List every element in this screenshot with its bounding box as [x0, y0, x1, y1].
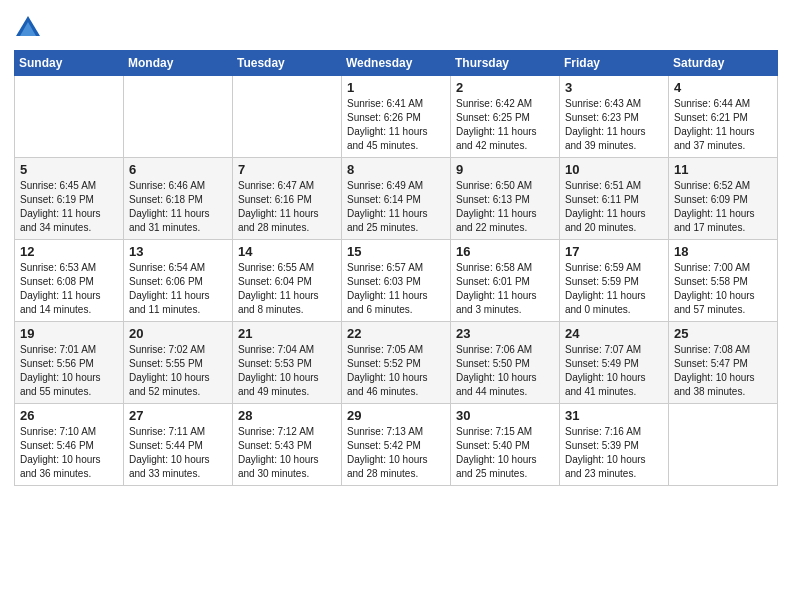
- day-number: 26: [20, 408, 118, 423]
- day-cell: 28Sunrise: 7:12 AM Sunset: 5:43 PM Dayli…: [233, 404, 342, 486]
- week-row-1: 1Sunrise: 6:41 AM Sunset: 6:26 PM Daylig…: [15, 76, 778, 158]
- day-number: 6: [129, 162, 227, 177]
- day-cell: [124, 76, 233, 158]
- day-info: Sunrise: 6:55 AM Sunset: 6:04 PM Dayligh…: [238, 261, 336, 317]
- col-saturday: Saturday: [669, 51, 778, 76]
- day-cell: 14Sunrise: 6:55 AM Sunset: 6:04 PM Dayli…: [233, 240, 342, 322]
- day-info: Sunrise: 6:54 AM Sunset: 6:06 PM Dayligh…: [129, 261, 227, 317]
- col-monday: Monday: [124, 51, 233, 76]
- day-info: Sunrise: 7:12 AM Sunset: 5:43 PM Dayligh…: [238, 425, 336, 481]
- page-header: [14, 10, 778, 42]
- day-cell: 20Sunrise: 7:02 AM Sunset: 5:55 PM Dayli…: [124, 322, 233, 404]
- week-row-4: 19Sunrise: 7:01 AM Sunset: 5:56 PM Dayli…: [15, 322, 778, 404]
- day-cell: 9Sunrise: 6:50 AM Sunset: 6:13 PM Daylig…: [451, 158, 560, 240]
- day-info: Sunrise: 7:02 AM Sunset: 5:55 PM Dayligh…: [129, 343, 227, 399]
- day-number: 18: [674, 244, 772, 259]
- day-cell: [233, 76, 342, 158]
- day-cell: 8Sunrise: 6:49 AM Sunset: 6:14 PM Daylig…: [342, 158, 451, 240]
- day-cell: 30Sunrise: 7:15 AM Sunset: 5:40 PM Dayli…: [451, 404, 560, 486]
- day-number: 14: [238, 244, 336, 259]
- day-cell: 4Sunrise: 6:44 AM Sunset: 6:21 PM Daylig…: [669, 76, 778, 158]
- day-cell: 25Sunrise: 7:08 AM Sunset: 5:47 PM Dayli…: [669, 322, 778, 404]
- day-cell: 22Sunrise: 7:05 AM Sunset: 5:52 PM Dayli…: [342, 322, 451, 404]
- day-number: 19: [20, 326, 118, 341]
- calendar-table: Sunday Monday Tuesday Wednesday Thursday…: [14, 50, 778, 486]
- day-info: Sunrise: 6:47 AM Sunset: 6:16 PM Dayligh…: [238, 179, 336, 235]
- day-info: Sunrise: 6:57 AM Sunset: 6:03 PM Dayligh…: [347, 261, 445, 317]
- day-cell: 17Sunrise: 6:59 AM Sunset: 5:59 PM Dayli…: [560, 240, 669, 322]
- day-info: Sunrise: 7:10 AM Sunset: 5:46 PM Dayligh…: [20, 425, 118, 481]
- week-row-2: 5Sunrise: 6:45 AM Sunset: 6:19 PM Daylig…: [15, 158, 778, 240]
- day-number: 7: [238, 162, 336, 177]
- day-info: Sunrise: 6:44 AM Sunset: 6:21 PM Dayligh…: [674, 97, 772, 153]
- day-cell: 3Sunrise: 6:43 AM Sunset: 6:23 PM Daylig…: [560, 76, 669, 158]
- day-info: Sunrise: 6:51 AM Sunset: 6:11 PM Dayligh…: [565, 179, 663, 235]
- day-cell: 31Sunrise: 7:16 AM Sunset: 5:39 PM Dayli…: [560, 404, 669, 486]
- day-cell: 16Sunrise: 6:58 AM Sunset: 6:01 PM Dayli…: [451, 240, 560, 322]
- day-info: Sunrise: 7:07 AM Sunset: 5:49 PM Dayligh…: [565, 343, 663, 399]
- day-number: 25: [674, 326, 772, 341]
- day-cell: 24Sunrise: 7:07 AM Sunset: 5:49 PM Dayli…: [560, 322, 669, 404]
- calendar-page: Sunday Monday Tuesday Wednesday Thursday…: [0, 0, 792, 612]
- day-cell: [15, 76, 124, 158]
- logo: [14, 14, 46, 42]
- day-number: 12: [20, 244, 118, 259]
- day-info: Sunrise: 7:15 AM Sunset: 5:40 PM Dayligh…: [456, 425, 554, 481]
- logo-icon: [14, 14, 42, 42]
- day-info: Sunrise: 6:46 AM Sunset: 6:18 PM Dayligh…: [129, 179, 227, 235]
- day-number: 11: [674, 162, 772, 177]
- day-cell: 18Sunrise: 7:00 AM Sunset: 5:58 PM Dayli…: [669, 240, 778, 322]
- day-number: 22: [347, 326, 445, 341]
- col-friday: Friday: [560, 51, 669, 76]
- day-cell: 26Sunrise: 7:10 AM Sunset: 5:46 PM Dayli…: [15, 404, 124, 486]
- day-cell: [669, 404, 778, 486]
- day-info: Sunrise: 6:58 AM Sunset: 6:01 PM Dayligh…: [456, 261, 554, 317]
- day-number: 1: [347, 80, 445, 95]
- day-info: Sunrise: 7:04 AM Sunset: 5:53 PM Dayligh…: [238, 343, 336, 399]
- day-info: Sunrise: 6:45 AM Sunset: 6:19 PM Dayligh…: [20, 179, 118, 235]
- day-number: 29: [347, 408, 445, 423]
- col-thursday: Thursday: [451, 51, 560, 76]
- day-cell: 21Sunrise: 7:04 AM Sunset: 5:53 PM Dayli…: [233, 322, 342, 404]
- day-cell: 12Sunrise: 6:53 AM Sunset: 6:08 PM Dayli…: [15, 240, 124, 322]
- day-info: Sunrise: 6:59 AM Sunset: 5:59 PM Dayligh…: [565, 261, 663, 317]
- day-info: Sunrise: 6:52 AM Sunset: 6:09 PM Dayligh…: [674, 179, 772, 235]
- day-number: 24: [565, 326, 663, 341]
- day-cell: 7Sunrise: 6:47 AM Sunset: 6:16 PM Daylig…: [233, 158, 342, 240]
- day-number: 21: [238, 326, 336, 341]
- day-cell: 11Sunrise: 6:52 AM Sunset: 6:09 PM Dayli…: [669, 158, 778, 240]
- week-row-5: 26Sunrise: 7:10 AM Sunset: 5:46 PM Dayli…: [15, 404, 778, 486]
- day-number: 2: [456, 80, 554, 95]
- day-cell: 29Sunrise: 7:13 AM Sunset: 5:42 PM Dayli…: [342, 404, 451, 486]
- day-number: 16: [456, 244, 554, 259]
- day-cell: 10Sunrise: 6:51 AM Sunset: 6:11 PM Dayli…: [560, 158, 669, 240]
- day-info: Sunrise: 7:06 AM Sunset: 5:50 PM Dayligh…: [456, 343, 554, 399]
- col-sunday: Sunday: [15, 51, 124, 76]
- day-number: 31: [565, 408, 663, 423]
- day-cell: 6Sunrise: 6:46 AM Sunset: 6:18 PM Daylig…: [124, 158, 233, 240]
- day-number: 27: [129, 408, 227, 423]
- day-number: 3: [565, 80, 663, 95]
- day-info: Sunrise: 6:50 AM Sunset: 6:13 PM Dayligh…: [456, 179, 554, 235]
- day-info: Sunrise: 6:43 AM Sunset: 6:23 PM Dayligh…: [565, 97, 663, 153]
- day-number: 13: [129, 244, 227, 259]
- day-number: 8: [347, 162, 445, 177]
- day-info: Sunrise: 7:11 AM Sunset: 5:44 PM Dayligh…: [129, 425, 227, 481]
- day-cell: 2Sunrise: 6:42 AM Sunset: 6:25 PM Daylig…: [451, 76, 560, 158]
- week-row-3: 12Sunrise: 6:53 AM Sunset: 6:08 PM Dayli…: [15, 240, 778, 322]
- header-row: Sunday Monday Tuesday Wednesday Thursday…: [15, 51, 778, 76]
- day-info: Sunrise: 6:41 AM Sunset: 6:26 PM Dayligh…: [347, 97, 445, 153]
- day-cell: 23Sunrise: 7:06 AM Sunset: 5:50 PM Dayli…: [451, 322, 560, 404]
- day-cell: 13Sunrise: 6:54 AM Sunset: 6:06 PM Dayli…: [124, 240, 233, 322]
- day-info: Sunrise: 7:13 AM Sunset: 5:42 PM Dayligh…: [347, 425, 445, 481]
- day-info: Sunrise: 7:16 AM Sunset: 5:39 PM Dayligh…: [565, 425, 663, 481]
- day-number: 5: [20, 162, 118, 177]
- day-info: Sunrise: 7:00 AM Sunset: 5:58 PM Dayligh…: [674, 261, 772, 317]
- day-cell: 19Sunrise: 7:01 AM Sunset: 5:56 PM Dayli…: [15, 322, 124, 404]
- day-cell: 15Sunrise: 6:57 AM Sunset: 6:03 PM Dayli…: [342, 240, 451, 322]
- day-number: 10: [565, 162, 663, 177]
- col-wednesday: Wednesday: [342, 51, 451, 76]
- day-number: 23: [456, 326, 554, 341]
- day-number: 17: [565, 244, 663, 259]
- day-info: Sunrise: 7:01 AM Sunset: 5:56 PM Dayligh…: [20, 343, 118, 399]
